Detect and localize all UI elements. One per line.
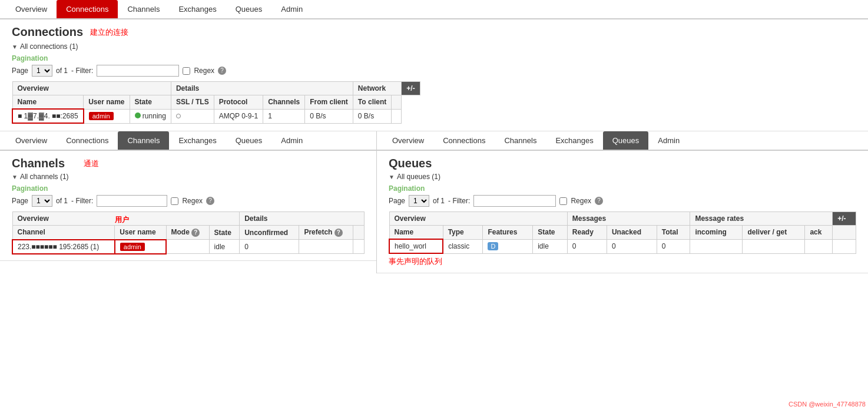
channels-panel: Overview Connections Channels Exchanges … — [0, 131, 377, 273]
q-page-select[interactable]: 1 — [409, 195, 429, 207]
col-state: State — [130, 95, 171, 110]
admin-badge: admin — [89, 112, 114, 120]
conn-extra — [392, 109, 402, 123]
q-name[interactable]: hello_worl — [389, 239, 443, 253]
all-channels-label: All channels (1) — [20, 173, 69, 181]
q-col-features: Features — [483, 226, 533, 240]
q-nav-exchanges[interactable]: Exchanges — [546, 131, 602, 150]
connections-pagination-label: Pagination — [12, 54, 856, 62]
q-regex-checkbox[interactable] — [559, 197, 567, 205]
q-col-total: Total — [657, 226, 690, 240]
queues-subtitle: 事先声明的队列 — [389, 257, 442, 266]
filter-input[interactable] — [97, 65, 179, 77]
nav-connections[interactable]: Connections — [57, 0, 118, 18]
connections-title: Connections — [12, 25, 83, 39]
ch-filter-input[interactable] — [97, 195, 167, 207]
running-dot — [135, 113, 141, 118]
filter-label: - Filter: — [71, 67, 93, 75]
queues-table: Overview Messages Message rates +/- Name… — [389, 211, 856, 254]
of-1-label: of 1 — [56, 67, 68, 75]
ch-col-channel: Channel — [12, 226, 115, 240]
q-plus-minus[interactable]: +/- — [833, 212, 856, 226]
q-nav-admin[interactable]: Admin — [648, 131, 689, 150]
regex-checkbox[interactable] — [183, 67, 190, 75]
q-nav-connections[interactable]: Connections — [433, 131, 495, 150]
nav-overview[interactable]: Overview — [6, 0, 57, 18]
channels-table: Overview Details Channel User name 用户 Mo… — [12, 211, 365, 254]
regex-help-icon[interactable]: ? — [218, 67, 226, 75]
nav-exchanges[interactable]: Exchanges — [169, 0, 226, 18]
q-filter-input[interactable] — [473, 195, 556, 207]
q-col-extra — [833, 226, 856, 240]
ch-col-extra — [353, 226, 365, 240]
connections-subtitle: 建立的连接 — [90, 27, 128, 38]
q-group-overview: Overview — [389, 212, 567, 226]
q-regex-help-icon[interactable]: ? — [595, 197, 603, 205]
q-nav-queues[interactable]: Queues — [603, 131, 649, 150]
all-connections-collapsible[interactable]: ▼ All connections (1) — [12, 42, 856, 51]
q-state: idle — [533, 239, 568, 253]
queues-section: Queues ▼ All queues (1) Pagination Page … — [377, 151, 868, 273]
split-layout: Overview Connections Channels Exchanges … — [0, 131, 868, 273]
q-collapse-arrow-icon: ▼ — [389, 174, 395, 180]
queue-row: hello_worl classic D idle 0 0 0 — [389, 239, 856, 253]
queues-title: Queues — [389, 157, 432, 170]
col-name: Name — [12, 95, 84, 110]
ch-nav-exchanges[interactable]: Exchanges — [169, 131, 226, 150]
all-queues-collapsible[interactable]: ▼ All queues (1) — [389, 173, 856, 181]
q-unacked: 0 — [607, 239, 657, 253]
plus-minus-btn[interactable]: +/- — [402, 82, 420, 95]
feature-d-badge: D — [488, 242, 498, 250]
nav-channels[interactable]: Channels — [118, 0, 169, 18]
queues-pagination-label: Pagination — [389, 184, 856, 193]
queues-panel: Overview Connections Channels Exchanges … — [377, 131, 868, 273]
q-page-label: Page — [389, 197, 405, 205]
all-channels-collapsible[interactable]: ▼ All channels (1) — [12, 173, 365, 181]
ch-prefetch — [299, 240, 353, 254]
connections-group-overview: Overview — [12, 82, 171, 95]
prefetch-help-icon[interactable]: ? — [334, 229, 343, 237]
channels-pagination-label: Pagination — [12, 184, 365, 193]
ch-channel-name[interactable]: 223.■■■■■■ 195:2685 (1) — [12, 240, 115, 254]
regex-label: Regex — [194, 67, 214, 75]
ch-nav-queues[interactable]: Queues — [226, 131, 272, 150]
ch-col-state: State — [209, 226, 240, 240]
channels-pagination-row: Page 1 of 1 - Filter: Regex ? — [12, 195, 365, 207]
ch-collapse-arrow-icon: ▼ — [12, 174, 18, 180]
ch-group-details: Details — [240, 212, 365, 226]
connections-section: Connections 建立的连接 ▼ All connections (1) … — [0, 19, 868, 131]
q-of-label: of 1 — [433, 197, 445, 205]
page-select[interactable]: 1 — [32, 65, 52, 77]
q-deliver-get — [743, 239, 805, 253]
ch-regex-help-icon[interactable]: ? — [206, 197, 214, 205]
conn-name[interactable]: ■ 1▓7.▓4. ■■:2685 — [12, 109, 84, 123]
all-connections-label: All connections (1) — [20, 42, 78, 51]
nav-queues[interactable]: Queues — [226, 0, 272, 18]
connections-table: Overview Details Network +/- Name User n… — [12, 81, 420, 124]
ch-col-prefetch: Prefetch ? — [299, 226, 353, 240]
ch-nav-channels[interactable]: Channels — [118, 131, 169, 150]
q-nav-channels[interactable]: Channels — [495, 131, 546, 150]
ch-extra — [353, 240, 365, 254]
ch-nav-connections[interactable]: Connections — [57, 131, 118, 150]
ch-page-select[interactable]: 1 — [32, 195, 52, 207]
q-col-name: Name — [389, 226, 443, 240]
ch-col-username: User name 用户 — [115, 226, 166, 240]
q-filter-label: - Filter: — [448, 197, 470, 205]
ch-nav-overview[interactable]: Overview — [6, 131, 57, 150]
ch-state: idle — [209, 240, 240, 254]
col-channels: Channels — [263, 95, 305, 110]
ch-regex-checkbox[interactable] — [171, 197, 178, 205]
collapse-arrow-icon: ▼ — [12, 44, 18, 50]
page-label: Page — [12, 67, 28, 75]
q-nav-overview[interactable]: Overview — [383, 131, 433, 150]
conn-channels-count: 1 — [263, 109, 305, 123]
nav-admin[interactable]: Admin — [271, 0, 312, 18]
q-group-message-rates: Message rates — [690, 212, 833, 226]
ch-of-label: of 1 — [56, 197, 68, 205]
ch-nav-admin[interactable]: Admin — [271, 131, 312, 150]
mode-help-icon[interactable]: ? — [191, 229, 200, 237]
q-type: classic — [443, 239, 483, 253]
q-extra — [833, 239, 856, 253]
conn-state-text: running — [143, 112, 166, 120]
